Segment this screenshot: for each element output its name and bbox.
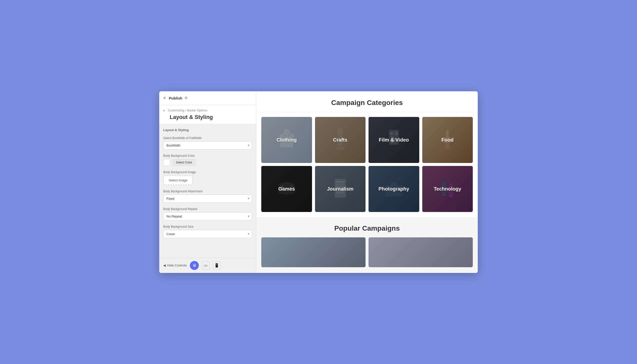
bg-image-label: Body Background Image: [163, 170, 252, 174]
breadcrumb-path: Customizing › Backer Options: [168, 108, 207, 112]
gear-icon[interactable]: ⚙: [184, 96, 188, 100]
category-card-crafts[interactable]: Crafts: [315, 117, 366, 163]
section-title-group: Layout & Styling: [163, 128, 252, 132]
mobile-device-button[interactable]: 📱: [213, 262, 221, 270]
bg-repeat-select[interactable]: No Repeat Repeat Repeat-X Repeat-Y: [164, 212, 252, 220]
breadcrumb-section: ‹ Customizing › Backer Options Layout & …: [159, 105, 256, 124]
category-label-film: Film & Video: [379, 137, 409, 143]
sidebar-content: Layout & Styling Select BoxWidth of Full…: [159, 124, 256, 258]
category-label-clothing: Clothing: [276, 137, 296, 143]
bg-color-field: Body Background Color Select Color: [163, 154, 252, 166]
publish-tab-label: Publish: [169, 96, 182, 100]
category-label-food: Food: [442, 137, 454, 143]
categories-grid: Clothing Crafts: [256, 112, 478, 217]
hide-controls-button[interactable]: ◀ Hide Controls: [163, 264, 187, 267]
bg-attachment-select[interactable]: Fixed Scroll: [164, 195, 252, 202]
color-swatch[interactable]: [163, 159, 170, 166]
boxwidth-field: Select BoxWidth of FullWidth BoxWidth Fu…: [163, 136, 252, 150]
bg-attachment-select-wrapper[interactable]: Fixed Scroll ▾: [163, 194, 252, 203]
select-image-button[interactable]: Select image: [163, 176, 193, 185]
boxwidth-select[interactable]: BoxWidth FullWidth: [164, 142, 252, 149]
close-button[interactable]: ×: [163, 96, 166, 101]
category-card-technology[interactable]: Technology: [422, 166, 473, 212]
tablet-device-button[interactable]: ▭: [202, 262, 210, 270]
bg-repeat-label: Body Background Repeat: [163, 207, 252, 211]
category-card-food[interactable]: Food: [422, 117, 473, 163]
bg-size-select-wrapper[interactable]: Cover Contain Auto ▾: [163, 230, 252, 238]
section-title: Layout & Styling: [163, 128, 252, 132]
bg-image-field: Body Background Image Select image: [163, 170, 252, 185]
bg-color-label: Body Background Color: [163, 154, 252, 158]
mobile-icon: 📱: [214, 263, 219, 268]
bg-repeat-field: Body Background Repeat No Repeat Repeat …: [163, 207, 252, 220]
main-content: Campaign Categories Clothing: [256, 91, 478, 273]
popular-card-1[interactable]: [261, 237, 366, 267]
back-arrow-icon[interactable]: ‹: [163, 108, 165, 113]
bg-size-field: Body Background Size Cover Contain Auto …: [163, 225, 252, 238]
bg-size-label: Body Background Size: [163, 225, 252, 228]
bg-attachment-field: Body Background Attachment Fixed Scroll …: [163, 190, 252, 203]
boxwidth-label: Select BoxWidth of FullWidth: [163, 136, 252, 140]
sidebar: × Publish ⚙ ‹ Customizing › Backer Optio…: [159, 91, 256, 273]
main-window: × Publish ⚙ ‹ Customizing › Backer Optio…: [159, 91, 478, 273]
page-subtitle: Layout & Styling: [170, 114, 252, 120]
boxwidth-select-wrapper[interactable]: BoxWidth FullWidth ▾: [163, 141, 252, 150]
desktop-icon: 🖥: [192, 263, 196, 268]
category-label-journalism: Journalism: [327, 186, 354, 192]
popular-title: Popular Campaigns: [261, 224, 473, 232]
page-title: Campaign Categories: [256, 91, 478, 112]
select-color-button[interactable]: Select Color: [173, 159, 195, 166]
desktop-device-button[interactable]: 🖥: [190, 261, 199, 270]
category-card-clothing[interactable]: Clothing: [261, 117, 312, 163]
category-label-technology: Technology: [434, 186, 461, 192]
popular-section: Popular Campaigns: [256, 217, 478, 273]
category-card-journalism[interactable]: KINFOLK Journalism: [315, 166, 366, 212]
hide-controls-icon: ◀: [163, 264, 166, 267]
category-label-crafts: Crafts: [333, 137, 347, 143]
category-card-photography[interactable]: Photography: [368, 166, 419, 212]
color-row: Select Color: [163, 159, 252, 166]
popular-grid: [261, 237, 473, 267]
category-card-film[interactable]: Film & Video: [368, 117, 419, 163]
bg-attachment-label: Body Background Attachment: [163, 190, 252, 193]
category-label-games: Games: [278, 186, 295, 192]
category-card-games[interactable]: Games: [261, 166, 312, 212]
popular-card-2[interactable]: [368, 237, 473, 267]
tablet-icon: ▭: [204, 263, 208, 268]
hide-controls-label: Hide Controls: [167, 264, 187, 267]
bg-repeat-select-wrapper[interactable]: No Repeat Repeat Repeat-X Repeat-Y ▾: [163, 212, 252, 220]
sidebar-header: × Publish ⚙: [159, 91, 256, 105]
category-label-photography: Photography: [378, 186, 409, 192]
sidebar-footer: ◀ Hide Controls 🖥 ▭ 📱: [159, 258, 256, 273]
bg-size-select[interactable]: Cover Contain Auto: [164, 230, 252, 238]
